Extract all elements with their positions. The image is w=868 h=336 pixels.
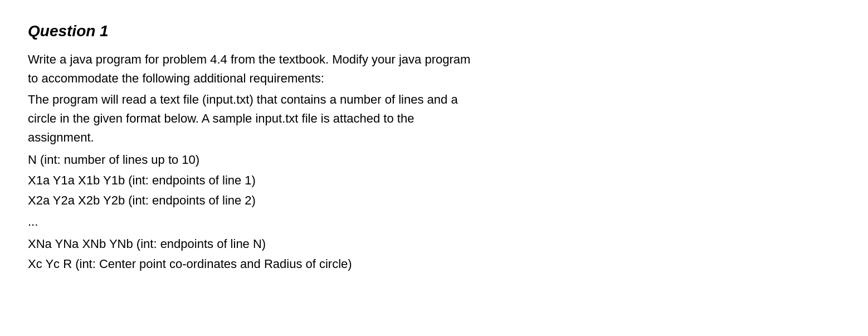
description-line3: assignment. [28, 130, 94, 144]
list-item-circle: Xc Yc R (int: Center point co-ordinates … [28, 255, 840, 274]
intro-line1: Write a java program for problem 4.4 fro… [28, 52, 470, 66]
question-title: Question 1 [28, 22, 840, 40]
list-section: N (int: number of lines up to 10) X1a Y1… [28, 150, 840, 210]
list-item-2: X1a Y1a X1b Y1b (int: endpoints of line … [28, 171, 840, 190]
question-body: Write a java program for problem 4.4 fro… [28, 50, 840, 274]
description-paragraph: The program will read a text file (input… [28, 90, 840, 147]
list-item-1: N (int: number of lines up to 10) [28, 150, 840, 169]
question-container: Question 1 Write a java program for prob… [28, 22, 840, 274]
list-item-3: X2a Y2a X2b Y2b (int: endpoints of line … [28, 191, 840, 210]
ellipsis-line: ... [28, 212, 840, 231]
list-item-n: XNa YNa XNb YNb (int: endpoints of line … [28, 235, 840, 254]
intro-line2: to accommodate the following additional … [28, 71, 324, 85]
description-line1: The program will read a text file (input… [28, 92, 458, 106]
intro-paragraph: Write a java program for problem 4.4 fro… [28, 50, 840, 88]
description-line2: circle in the given format below. A samp… [28, 111, 414, 125]
list-section-continued: XNa YNa XNb YNb (int: endpoints of line … [28, 235, 840, 274]
